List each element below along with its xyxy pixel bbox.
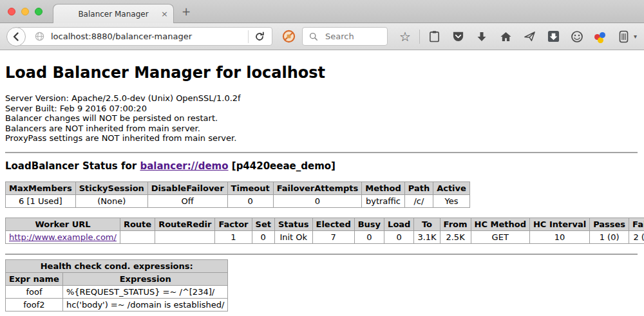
window-controls: [8, 8, 43, 15]
column-header: Passes: [590, 218, 629, 230]
cell-busy: 0: [354, 230, 384, 243]
column-header: Active: [433, 181, 470, 194]
column-header: RouteRedir: [155, 218, 215, 230]
column-header: MaxMembers: [6, 181, 76, 194]
globe-icon: [32, 30, 46, 44]
search-icon: [307, 30, 321, 44]
table-header-row: Worker URL Route RouteRedir Factor Set S…: [6, 218, 644, 230]
cell-factor: 1: [215, 230, 252, 243]
bookmark-star-icon[interactable]: ☆: [398, 30, 412, 44]
cell-expression: hc('body') =~ /domain is established/: [62, 298, 228, 311]
server-built-line: Server Built: Feb 9 2016 07:00:20: [5, 104, 639, 114]
column-header: Timeout: [227, 181, 273, 194]
tab-title: Balancer Manager: [78, 10, 148, 19]
balancer-settings-table: MaxMembers StickySession DisableFailover…: [5, 181, 470, 208]
send-icon[interactable]: [522, 30, 536, 44]
column-header: From: [440, 218, 471, 230]
table-title-row: Health check cond. expressions:: [6, 259, 228, 272]
close-window-button[interactable]: [8, 8, 15, 15]
minimize-window-button[interactable]: [21, 8, 29, 15]
colored-dots-icon[interactable]: [594, 30, 607, 43]
cell-stickysession: (None): [75, 194, 147, 207]
table-row: foof %{REQUEST_STATUS} =~ /^[234]/: [6, 285, 228, 298]
search-input[interactable]: [324, 31, 382, 42]
column-header: To: [414, 218, 440, 230]
cell-path: /c/: [404, 194, 433, 207]
cell-timeout: 0: [227, 194, 273, 207]
notice-line: Balancer changes will NOT be persisted o…: [5, 113, 639, 124]
download-icon[interactable]: [475, 30, 489, 44]
status-heading-prefix: LoadBalancer Status for: [5, 160, 137, 172]
cell-expression: %{REQUEST_STATUS} =~ /^[234]/: [62, 285, 228, 298]
home-icon[interactable]: [498, 30, 513, 44]
search-bar[interactable]: [302, 27, 388, 46]
cell-disablefailover: Off: [147, 194, 227, 207]
toolbar-icons: ☆ ▾: [398, 30, 644, 44]
cell-maxmembers: 6 [1 Used]: [6, 194, 76, 207]
column-header: StickySession: [75, 181, 147, 194]
block-plugins-icon[interactable]: [281, 30, 296, 44]
page-content: Load Balancer Manager for localhost Serv…: [0, 50, 644, 316]
column-header: Route: [120, 218, 155, 230]
pocket-icon[interactable]: [451, 30, 465, 44]
cell-set: 0: [252, 230, 274, 243]
browser-tab[interactable]: Balancer Manager ×: [53, 4, 174, 23]
column-header: FailoverAttempts: [273, 181, 362, 194]
toolbar-divider: [419, 30, 420, 44]
worker-row: http://www.example.com/ 1 0 Init Ok 7 0 …: [6, 230, 644, 243]
cell-to: 3.1K: [414, 230, 440, 243]
divider: [5, 254, 638, 255]
back-icon: [9, 30, 23, 44]
cell-elected: 7: [312, 230, 354, 243]
status-heading-suffix: [p4420eeae_demo]: [232, 160, 336, 172]
column-header: Load: [384, 218, 414, 230]
notice-line: Balancers are NOT inherited from main se…: [5, 124, 639, 134]
smiley-icon[interactable]: [570, 30, 584, 44]
tab-close-icon[interactable]: ×: [161, 9, 168, 19]
table-row: foof2 hc('body') =~ /domain is establish…: [6, 298, 228, 311]
url-text[interactable]: localhost:8880/balancer-manager: [51, 32, 244, 41]
column-header: Factor: [215, 218, 252, 230]
column-header: Status: [274, 218, 312, 230]
health-table-title: Health check cond. expressions:: [6, 259, 228, 272]
addon-download-icon[interactable]: [546, 30, 560, 44]
title-bar: Balancer Manager × +: [0, 0, 644, 23]
server-info: Server Version: Apache/2.5.0-dev (Unix) …: [5, 93, 639, 144]
cell-load: 0: [384, 230, 414, 243]
url-bar[interactable]: localhost:8880/balancer-manager: [16, 27, 272, 46]
container-icon[interactable]: [616, 30, 630, 44]
chevron-down-icon[interactable]: ▾: [634, 33, 637, 40]
reload-button[interactable]: [252, 30, 267, 44]
worker-url-link[interactable]: http://www.example.com/: [9, 232, 117, 242]
table-row: 6 [1 Used] (None) Off 0 0 bytraffic /c/ …: [6, 194, 470, 207]
page-title: Load Balancer Manager for localhost: [5, 63, 639, 82]
clipboard-icon[interactable]: [427, 30, 441, 44]
cell-expr-name: foof: [6, 285, 63, 298]
table-header-row: Expr name Expression: [6, 272, 228, 285]
worker-table: Worker URL Route RouteRedir Factor Set S…: [5, 218, 644, 244]
cell-hc-interval: 10: [529, 230, 589, 243]
cell-routeredir: [155, 230, 215, 243]
cell-fails: 2 (0): [629, 230, 644, 243]
cell-hc-method: GET: [471, 230, 529, 243]
table-header-row: MaxMembers StickySession DisableFailover…: [6, 181, 470, 194]
cell-passes: 1 (0): [590, 230, 629, 243]
balancer-link[interactable]: balancer://demo: [140, 160, 228, 172]
new-tab-button[interactable]: +: [182, 5, 191, 18]
navigation-toolbar: localhost:8880/balancer-manager ☆: [0, 23, 644, 50]
column-header: Path: [404, 181, 433, 194]
column-header: DisableFailover: [147, 181, 227, 194]
back-button[interactable]: [6, 27, 26, 46]
server-version-line: Server Version: Apache/2.5.0-dev (Unix) …: [5, 93, 639, 104]
column-header: HC Interval: [529, 218, 589, 230]
zoom-window-button[interactable]: [35, 8, 43, 15]
cell-method: bytraffic: [362, 194, 404, 207]
column-header: Expression: [62, 272, 228, 285]
column-header: Worker URL: [6, 218, 120, 230]
balancer-status-heading: LoadBalancer Status for balancer://demo …: [5, 160, 639, 172]
cell-route: [120, 230, 155, 243]
column-header: Elected: [312, 218, 354, 230]
cell-expr-name: foof2: [6, 298, 63, 311]
column-header: Busy: [354, 218, 384, 230]
cell-failoverattempts: 0: [273, 194, 362, 207]
